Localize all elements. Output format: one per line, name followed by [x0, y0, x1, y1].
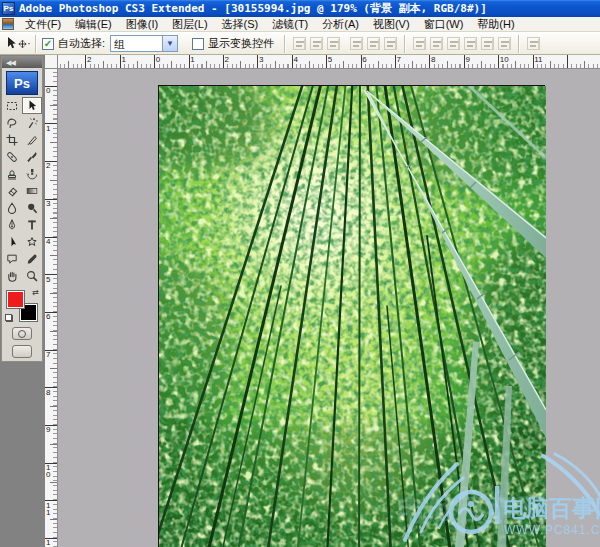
- align-bottom-icon: [327, 37, 340, 50]
- zoom-tool[interactable]: [22, 267, 42, 284]
- horizontal-ruler[interactable]: 2101234567891011: [58, 55, 600, 69]
- align-vcenter-icon: [310, 37, 323, 50]
- workspace: ◀◀ Ps: [0, 55, 600, 547]
- blur-tool[interactable]: [2, 199, 22, 216]
- menu-item-image[interactable]: 图像(I): [119, 16, 165, 33]
- move-tool-icon[interactable]: [4, 36, 30, 52]
- app-icon: Ps: [2, 2, 15, 15]
- healing-brush-tool[interactable]: [2, 148, 22, 165]
- h-ruler-label: 3: [259, 55, 263, 64]
- v-ruler-label: 12: [46, 539, 50, 547]
- v-ruler-label: 5: [46, 276, 50, 283]
- vertical-ruler[interactable]: 0123456789101112: [45, 69, 58, 547]
- v-ruler-label: 8: [46, 389, 50, 396]
- screen-mode-button[interactable]: [12, 345, 32, 358]
- foreground-color-swatch[interactable]: [7, 291, 24, 308]
- h-ruler-label: 8: [431, 55, 435, 64]
- h-ruler-label: 2: [87, 55, 91, 64]
- h-ruler-label: 1: [190, 55, 194, 64]
- document-icon[interactable]: [2, 18, 14, 30]
- check-icon: ✓: [44, 38, 52, 49]
- menu-bar: 文件(F)编辑(E)图像(I)图层(L)选择(S)滤镜(T)分析(A)视图(V)…: [0, 17, 600, 32]
- h-ruler-label: 0: [156, 55, 160, 64]
- distribute-vcenter-icon: [430, 37, 443, 50]
- separator: [518, 35, 520, 53]
- align-left-icon: [350, 37, 363, 50]
- title-bar[interactable]: Ps Adobe Photoshop CS3 Extended - [30155…: [0, 0, 600, 17]
- hand-tool[interactable]: [2, 267, 22, 284]
- v-ruler-label: 11: [46, 502, 50, 516]
- separator: [284, 35, 286, 53]
- h-ruler-label: 7: [397, 55, 401, 64]
- collapse-panel-button[interactable]: ◀◀: [2, 57, 42, 68]
- v-ruler-label: 6: [46, 313, 50, 320]
- move-tool[interactable]: [22, 97, 42, 114]
- watermark-divider: [495, 486, 500, 524]
- rectangular-marquee-tool[interactable]: [2, 97, 22, 114]
- v-ruler-label: 3: [46, 200, 50, 207]
- h-ruler-label: 4: [293, 55, 297, 64]
- distribute-bottom-icon: [447, 37, 460, 50]
- v-ruler-label: 10: [46, 464, 50, 478]
- distribute-top-icon: [413, 37, 426, 50]
- type-tool[interactable]: [22, 216, 42, 233]
- h-ruler-label: 1: [121, 55, 125, 64]
- auto-select-dropdown[interactable]: 组 ▼: [110, 35, 178, 52]
- notes-tool[interactable]: [2, 250, 22, 267]
- v-ruler-label: 0: [46, 87, 50, 94]
- quick-mask-icon: [18, 330, 26, 338]
- swap-colors-icon[interactable]: ⇄: [32, 288, 39, 297]
- menu-item-select[interactable]: 选择(S): [215, 16, 266, 33]
- magic-wand-tool[interactable]: [22, 114, 42, 131]
- separator: [404, 35, 406, 53]
- ruler-origin-corner[interactable]: [45, 55, 58, 69]
- brush-tool[interactable]: [22, 148, 42, 165]
- align-hcenter-icon: [367, 37, 380, 50]
- menu-item-analysis[interactable]: 分析(A): [315, 16, 366, 33]
- dodge-tool[interactable]: [22, 199, 42, 216]
- distribute-right-icon: [498, 37, 511, 50]
- toolbox-column: ◀◀ Ps: [0, 55, 45, 547]
- crop-tool[interactable]: [2, 131, 22, 148]
- eraser-tool[interactable]: [2, 182, 22, 199]
- clone-stamp-tool[interactable]: [2, 165, 22, 182]
- show-transform-checkbox[interactable]: [192, 38, 204, 50]
- h-ruler-label: 6: [362, 55, 366, 64]
- distribute-left-icon: [464, 37, 477, 50]
- history-brush-tool[interactable]: [22, 165, 42, 182]
- v-ruler-label: 7: [46, 351, 50, 358]
- canvas-background[interactable]: 电脑百事网: [58, 69, 600, 547]
- h-ruler-label: 9: [465, 55, 469, 64]
- menu-item-filter[interactable]: 滤镜(T): [265, 16, 315, 33]
- color-picker-widget: ⇄: [6, 290, 38, 322]
- watermark-site-url: WWW.PC841.COM: [504, 523, 600, 537]
- h-ruler-label: 2: [225, 55, 229, 64]
- menu-item-view[interactable]: 视图(V): [366, 16, 417, 33]
- menu-item-layer[interactable]: 图层(L): [165, 16, 214, 33]
- h-ruler-label: 10: [500, 55, 509, 64]
- path-selection-tool[interactable]: [2, 233, 22, 250]
- gradient-tool[interactable]: [22, 182, 42, 199]
- slice-tool[interactable]: [22, 131, 42, 148]
- watermark-site-name: 电脑百事网: [503, 495, 600, 521]
- auto-select-label: 自动选择:: [58, 36, 105, 51]
- lasso-tool[interactable]: [2, 114, 22, 131]
- default-colors-icon[interactable]: [6, 315, 13, 322]
- eyedropper-tool[interactable]: [22, 250, 42, 267]
- auto-select-value: 组: [110, 35, 162, 52]
- photoshop-logo: Ps: [6, 71, 38, 95]
- chevron-down-icon[interactable]: ▼: [162, 35, 178, 52]
- quick-mask-button[interactable]: [12, 327, 32, 340]
- menu-item-file[interactable]: 文件(F): [18, 16, 68, 33]
- menu-item-window[interactable]: 窗口(W): [417, 16, 471, 33]
- menu-item-edit[interactable]: 编辑(E): [68, 16, 119, 33]
- menu-item-help[interactable]: 帮助(H): [470, 16, 521, 33]
- pen-tool[interactable]: [2, 216, 22, 233]
- auto-select-checkbox[interactable]: ✓: [42, 38, 54, 50]
- auto-align-layers-icon: [527, 37, 540, 50]
- h-ruler-label: 5: [328, 55, 332, 64]
- site-watermark: 电脑百事网: [395, 452, 600, 547]
- document-area: 2101234567891011 0123456789101112: [45, 55, 600, 547]
- v-ruler-label: 2: [46, 162, 50, 169]
- custom-shape-tool[interactable]: [22, 233, 42, 250]
